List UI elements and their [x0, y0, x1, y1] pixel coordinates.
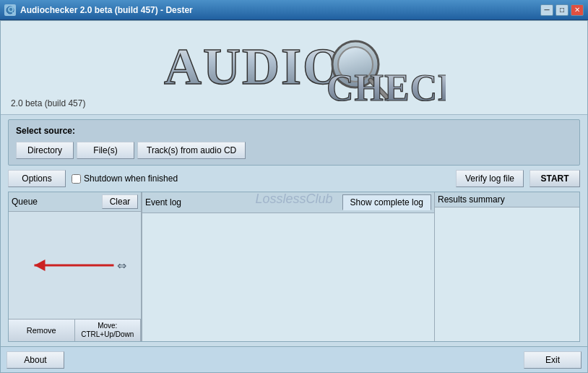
queue-log-area: Queue Clear ⇔: [8, 192, 580, 342]
source-buttons: Directory File(s) Track(s) from audio CD: [16, 142, 572, 159]
results-header: Results summary: [435, 192, 579, 207]
directory-button[interactable]: Directory: [16, 142, 74, 159]
select-source-label: Select source:: [16, 126, 572, 136]
bottom-bar: About Exit: [1, 346, 587, 372]
event-log-panel: Event log Show complete log: [142, 192, 435, 341]
main-window: AUDIO CHECKER: [0, 20, 588, 373]
titlebar-left: Audiochecker 2.0 beta (build 457) - Dest…: [4, 4, 193, 16]
event-log-label: Event log: [145, 197, 340, 207]
exit-button[interactable]: Exit: [524, 351, 581, 369]
shutdown-checkbox[interactable]: [72, 174, 81, 184]
shutdown-checkbox-label[interactable]: Shutdown when finished: [72, 173, 178, 184]
queue-label: Queue: [12, 197, 99, 207]
version-text: 2.0 beta (build 457): [11, 98, 85, 108]
results-panel: Results summary: [435, 192, 579, 341]
verify-log-button[interactable]: Verify log file: [456, 170, 524, 187]
close-button[interactable]: ✕: [571, 4, 584, 16]
remove-button[interactable]: Remove: [9, 320, 75, 341]
svg-marker-10: [34, 260, 45, 271]
options-row: Options Shutdown when finished Verify lo…: [8, 170, 580, 187]
tracks-button[interactable]: Track(s) from audio CD: [137, 142, 246, 159]
about-button[interactable]: About: [7, 351, 64, 369]
select-source-panel: Select source: Directory File(s) Track(s…: [8, 119, 580, 166]
options-button[interactable]: Options: [8, 170, 66, 187]
shutdown-label: Shutdown when finished: [84, 173, 178, 184]
resize-handle[interactable]: ⇔: [117, 259, 126, 273]
files-button[interactable]: File(s): [77, 142, 134, 159]
start-button[interactable]: START: [529, 170, 580, 187]
svg-text:CHECKER: CHECKER: [327, 67, 446, 106]
body-area: Select source: Directory File(s) Track(s…: [1, 115, 587, 346]
event-log-header: Event log Show complete log: [142, 192, 434, 213]
event-log-content: [142, 213, 434, 341]
logo-area: AUDIO CHECKER: [1, 21, 587, 115]
queue-content: ⇔: [9, 212, 141, 319]
app-icon: [4, 4, 16, 16]
clear-button[interactable]: Clear: [102, 194, 138, 209]
arrow-indicator: ⇔: [23, 254, 126, 276]
minimize-button[interactable]: ─: [540, 4, 553, 16]
window-title: Audiochecker 2.0 beta (build 457) - Dest…: [20, 5, 193, 15]
maximize-button[interactable]: □: [555, 4, 568, 16]
show-complete-log-button[interactable]: Show complete log: [342, 194, 431, 210]
results-content: [435, 207, 579, 341]
app-logo: AUDIO CHECKER: [142, 30, 446, 106]
titlebar-controls: ─ □ ✕: [540, 4, 584, 16]
results-label: Results summary: [438, 194, 505, 205]
queue-panel: Queue Clear ⇔: [9, 192, 142, 341]
titlebar: Audiochecker 2.0 beta (build 457) - Dest…: [0, 0, 588, 20]
queue-footer: Remove Move: CTRL+Up/Down: [9, 319, 141, 341]
arrow-icon: [23, 254, 117, 276]
queue-header: Queue Clear: [9, 192, 141, 212]
svg-text:AUDIO: AUDIO: [164, 38, 345, 95]
svg-line-2: [12, 12, 14, 14]
move-button[interactable]: Move: CTRL+Up/Down: [75, 320, 142, 341]
